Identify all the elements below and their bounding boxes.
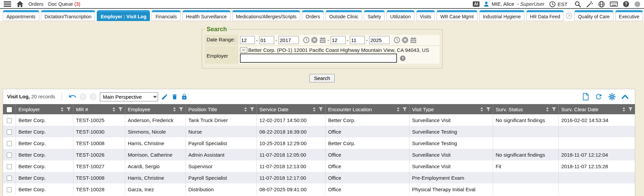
prev-icon[interactable]	[80, 93, 87, 100]
collapse-employer-button[interactable]: −	[240, 47, 247, 53]
next-icon[interactable]	[90, 93, 97, 100]
globe-icon[interactable]	[598, 1, 605, 8]
collapse-icon[interactable]	[621, 94, 629, 99]
sort-icon[interactable]	[172, 106, 177, 112]
circle-arrow-icon[interactable]	[565, 10, 573, 21]
column-header-service-date[interactable]: Service Date	[257, 104, 325, 114]
tab-financials[interactable]: Financials	[152, 10, 180, 21]
column-header-surv-status[interactable]: Surv. Status	[493, 104, 558, 114]
home-icon[interactable]	[16, 1, 24, 7]
sort-icon[interactable]	[312, 106, 316, 112]
wand-icon[interactable]	[586, 1, 593, 8]
row-checkbox[interactable]	[7, 141, 12, 146]
employer-search-input[interactable]	[240, 54, 397, 63]
column-header-employer[interactable]: Employer	[16, 104, 73, 114]
row-checkbox[interactable]	[7, 187, 12, 192]
tab-quality-of-care[interactable]: Quality of Care	[574, 10, 613, 21]
calendar-icon[interactable]	[319, 37, 326, 44]
sort-icon[interactable]	[243, 106, 248, 112]
time-icon[interactable]	[394, 37, 400, 43]
filter-icon[interactable]	[318, 106, 324, 112]
keyboard-icon[interactable]	[610, 1, 618, 7]
row-checkbox[interactable]	[7, 130, 12, 135]
clear-icon[interactable]	[402, 37, 408, 43]
row-checkbox[interactable]	[7, 118, 12, 123]
from-month-input[interactable]	[240, 36, 255, 44]
tab-health-surveillance[interactable]: Health Surveillance	[182, 10, 231, 21]
search-button[interactable]: Search	[309, 74, 335, 82]
menu-item-orders[interactable]: Orders	[28, 1, 43, 7]
tab-wr-case-mgmt[interactable]: WR Case Mgmt	[437, 10, 478, 21]
filter-icon[interactable]	[66, 106, 71, 112]
filter-icon[interactable]	[402, 106, 407, 112]
cell-employee: Harris, Christine	[125, 137, 185, 149]
column-header-encounter-location[interactable]: Encounter Location	[325, 104, 409, 114]
sort-icon[interactable]	[480, 106, 484, 112]
new-document-icon[interactable]	[582, 93, 589, 101]
column-header-visit-type[interactable]: Visit Type	[409, 104, 493, 114]
person-icon[interactable]	[483, 1, 490, 7]
tab-employer-visit-log[interactable]: Employer : Visit Log	[97, 10, 150, 21]
tab-visits[interactable]: Visits	[416, 10, 435, 21]
tab-dictation-transcription[interactable]: Dictation/Transcription	[41, 10, 95, 21]
ai-badge[interactable]: AI	[473, 1, 480, 7]
filter-icon[interactable]	[551, 106, 557, 112]
sort-icon[interactable]	[622, 106, 626, 112]
calendar-icon[interactable]	[410, 37, 417, 44]
refresh-icon[interactable]	[595, 93, 603, 101]
select-all-checkbox[interactable]	[7, 107, 12, 112]
column-header-employee[interactable]: Employee	[125, 104, 185, 114]
employer-help-icon[interactable]: ?	[400, 55, 406, 61]
sort-icon[interactable]	[60, 106, 64, 112]
date-range-row: Date Range: - - - - -	[205, 35, 440, 45]
pencil-icon[interactable]	[161, 93, 168, 100]
trash-icon[interactable]	[171, 93, 178, 100]
from-day-input[interactable]	[259, 36, 274, 44]
menu-item-doc-queue[interactable]: Doc Queue (3)	[48, 1, 80, 7]
tab-executive[interactable]: Executive	[615, 10, 643, 21]
filter-icon[interactable]	[249, 106, 255, 112]
tab-outside-clinic[interactable]: Outside Clinic	[326, 10, 362, 21]
time-icon[interactable]	[303, 37, 310, 43]
filter-icon[interactable]	[628, 106, 633, 112]
cell-encounter-location: Office	[325, 172, 409, 183]
clock-icon[interactable]	[549, 1, 556, 7]
filter-icon[interactable]	[118, 106, 123, 112]
search-icon[interactable]	[574, 1, 581, 8]
filter-icon[interactable]	[486, 106, 491, 112]
hamburger-icon[interactable]	[3, 1, 12, 7]
panel-title: Visit Log,20 records	[7, 94, 55, 100]
from-year-input[interactable]	[279, 36, 299, 44]
cell-visit-type: Physical Therapy Initial Eval	[409, 183, 493, 195]
sort-icon[interactable]	[545, 106, 550, 112]
row-checkbox[interactable]	[7, 176, 12, 181]
lock-icon[interactable]	[181, 93, 187, 100]
to-month-input[interactable]	[331, 36, 346, 44]
tab-hr-data-feed[interactable]: HR Data Feed	[526, 10, 564, 21]
tab-safety[interactable]: Safety	[364, 10, 385, 21]
sort-icon[interactable]	[112, 106, 116, 112]
tab-orders[interactable]: Orders	[302, 10, 324, 21]
undo-icon[interactable]	[68, 93, 76, 101]
column-header-position-title[interactable]: Position Title	[185, 104, 257, 114]
column-header-surv-clear-date[interactable]: Surv. Clear Date	[558, 104, 635, 114]
tab-appointments[interactable]: Appointments	[3, 10, 39, 21]
tab-industrial-hygiene[interactable]: Industrial Hygiene	[479, 10, 525, 21]
perspective-select[interactable]: Main Perspective	[100, 92, 158, 101]
sort-icon[interactable]	[396, 106, 400, 112]
gear-icon[interactable]	[608, 93, 616, 101]
row-checkbox[interactable]	[7, 153, 12, 158]
clear-icon[interactable]	[311, 37, 318, 43]
tab-utilization[interactable]: Utilization	[386, 10, 415, 21]
to-day-input[interactable]	[350, 36, 365, 44]
column-header-mr[interactable]: MR #	[73, 104, 125, 114]
help-icon[interactable]: ?	[623, 1, 629, 7]
to-year-input[interactable]	[369, 36, 390, 44]
search-button-row: Search	[0, 74, 644, 82]
topbar: Orders Doc Queue (3) AI MIE, Alice - Sup…	[0, 0, 644, 9]
row-checkbox[interactable]	[7, 164, 12, 169]
tab-medications-allergies-scripts[interactable]: Medications/Allergies/Scripts	[232, 10, 300, 21]
column-label: Visit Type	[412, 106, 480, 112]
user-role: - SuperUser	[517, 1, 545, 7]
filter-icon[interactable]	[178, 106, 184, 112]
